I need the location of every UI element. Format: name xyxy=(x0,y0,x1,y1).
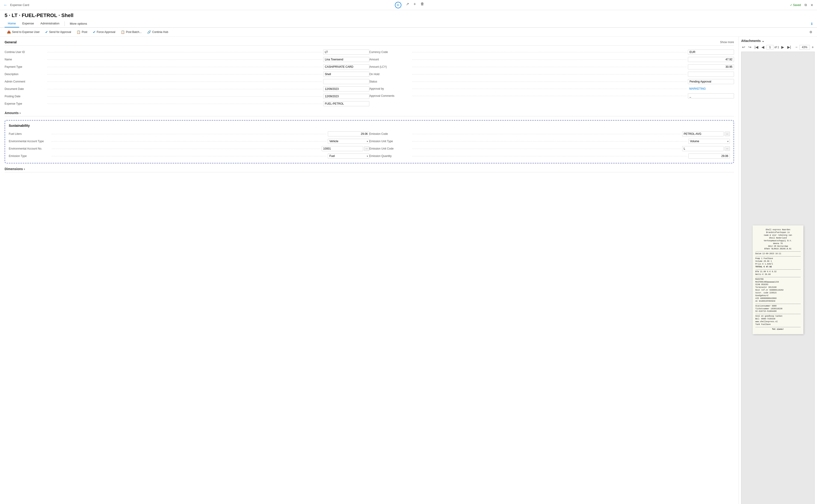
status-input[interactable] xyxy=(688,79,734,84)
approval-comments-input[interactable] xyxy=(688,93,734,98)
expense-type-input[interactable] xyxy=(323,101,369,106)
delete-icon[interactable]: 🗑 xyxy=(421,2,424,8)
next-btn[interactable]: ▶ xyxy=(780,44,785,50)
force-approval-button[interactable]: ✔ Force Approval xyxy=(91,29,118,35)
amounts-title: Amounts xyxy=(5,111,19,115)
hub-icon: 🔗 xyxy=(147,30,151,34)
force-approval-icon: ✔ xyxy=(93,30,96,34)
main-layout: General Show more Continia User ID Name xyxy=(0,37,817,504)
document-date-input[interactable] xyxy=(323,86,369,91)
field-amount: Amount xyxy=(369,56,734,63)
continia-hub-button[interactable]: 🔗 Continia Hub xyxy=(145,29,170,35)
env-account-type-wrapper: Vehicle xyxy=(328,139,369,144)
amount-lcy-input[interactable] xyxy=(688,64,734,69)
edit-icon[interactable]: ✏ xyxy=(395,2,401,8)
env-account-no-input[interactable] xyxy=(321,146,363,151)
continia-user-id-input[interactable] xyxy=(323,50,369,55)
tab-more-options[interactable]: More options xyxy=(67,20,90,27)
content-area: General Show more Continia User ID Name xyxy=(0,37,739,504)
zoom-in-btn[interactable]: + xyxy=(811,45,815,50)
post-batch-button[interactable]: 📋 Post Batch... xyxy=(118,29,144,35)
toolbar-icons: ✏ ↗ + 🗑 xyxy=(395,2,425,8)
attachment-toolbar: ↩ ↪ |◀ ◀ of 1 ▶ ▶| − 43% + xyxy=(741,44,815,50)
emission-quantity-input[interactable] xyxy=(688,153,730,159)
info-btn[interactable]: ℹ xyxy=(811,22,812,26)
field-emission-unit-code: Emission Unit Code ··· xyxy=(369,145,730,152)
attachments-chevron[interactable]: ⌄ xyxy=(762,39,764,43)
amounts-header[interactable]: Amounts › xyxy=(5,111,734,116)
dimensions-section: Dimensions › xyxy=(5,167,734,172)
approval-send-icon: ✔ xyxy=(45,30,48,34)
field-env-account-no: Environmental Account No. ··· xyxy=(9,145,369,152)
field-payment-type: Payment Type xyxy=(5,63,369,71)
general-section: General Show more Continia User ID Name xyxy=(5,40,734,107)
env-account-type-select[interactable]: Vehicle xyxy=(328,139,369,144)
fuel-liters-input[interactable] xyxy=(328,131,369,136)
field-name: Name xyxy=(5,56,369,63)
share-icon[interactable]: ↗ xyxy=(406,2,409,8)
payment-type-input[interactable] xyxy=(323,64,369,69)
undo-btn[interactable]: ↩ xyxy=(741,44,746,50)
field-document-date: Document Date xyxy=(5,85,369,93)
sustainability-fields: Fuel Liters Environmental Account Type V… xyxy=(9,130,730,160)
post-icon: 📋 xyxy=(77,30,80,34)
prev-btn[interactable]: ◀ xyxy=(761,44,765,50)
approval-by-value[interactable]: MARKETING xyxy=(688,87,734,91)
emission-unit-type-select[interactable]: Volume xyxy=(688,139,730,144)
back-button[interactable]: ← xyxy=(4,3,7,7)
emission-unit-type-wrapper: Volume xyxy=(688,139,730,144)
emission-unit-code-dots-btn[interactable]: ··· xyxy=(725,146,730,151)
zoom-out-btn[interactable]: − xyxy=(794,45,798,50)
admin-comment-input[interactable] xyxy=(323,79,369,84)
close-icon[interactable]: ✕ xyxy=(811,3,813,7)
top-bar: ← Expense Card ✏ ↗ + 🗑 ✓ Saved ⧉ ✕ xyxy=(0,0,817,10)
redo-btn[interactable]: ↪ xyxy=(747,44,752,50)
zoom-value: 43% xyxy=(799,45,810,50)
skip-last-btn[interactable]: ▶| xyxy=(786,44,792,50)
action-bar-right: ⚙ xyxy=(809,30,812,34)
field-amount-lcy: Amount (LCY) xyxy=(369,63,734,71)
page-indicator: of 1 xyxy=(767,45,779,50)
post-button[interactable]: 📋 Post xyxy=(74,29,89,35)
send-icon: 📤 xyxy=(7,30,11,34)
skip-first-btn[interactable]: |◀ xyxy=(754,44,759,50)
send-to-expense-user-button[interactable]: 📤 Send to Expense User xyxy=(5,29,42,35)
field-env-account-type: Environmental Account Type Vehicle xyxy=(9,138,369,145)
add-icon[interactable]: + xyxy=(414,2,416,8)
field-approval-comments: Approval Comments xyxy=(369,92,734,100)
info-icon[interactable]: ℹ xyxy=(811,22,812,26)
emission-code-input[interactable] xyxy=(682,131,724,136)
emission-unit-code-input[interactable] xyxy=(682,146,724,151)
emission-type-select[interactable]: Fuel xyxy=(328,153,369,159)
general-section-header: General Show more xyxy=(5,40,734,46)
tab-administration[interactable]: Administration xyxy=(37,20,62,27)
amount-input[interactable] xyxy=(688,57,734,62)
send-for-approval-button[interactable]: ✔ Send for Approval xyxy=(43,29,73,35)
settings-icon[interactable]: ⚙ xyxy=(809,30,812,34)
dimensions-title: Dimensions xyxy=(5,167,23,171)
field-on-hold: On Hold xyxy=(369,71,734,78)
restore-icon[interactable]: ⧉ xyxy=(805,3,807,7)
sustainability-left: Fuel Liters Environmental Account Type V… xyxy=(9,130,369,160)
dimensions-header[interactable]: Dimensions › xyxy=(5,167,734,172)
field-emission-type: Emission Type Fuel xyxy=(9,152,369,160)
name-input[interactable] xyxy=(323,57,369,62)
sustainability-section: Sustainability Fuel Liters Environmental… xyxy=(5,120,734,163)
tab-home[interactable]: Home xyxy=(5,20,19,27)
posting-date-input[interactable] xyxy=(323,94,369,99)
description-input[interactable] xyxy=(323,72,369,77)
currency-code-input[interactable] xyxy=(688,50,734,55)
field-posting-date: Posting Date xyxy=(5,93,369,100)
page-input[interactable] xyxy=(767,45,773,50)
tab-expense[interactable]: Expense xyxy=(19,20,37,27)
on-hold-input[interactable] xyxy=(688,72,734,77)
tab-bar: Home Expense Administration More options… xyxy=(0,20,817,28)
field-approval-by: Approval by MARKETING xyxy=(369,85,734,92)
emission-code-dots-btn[interactable]: ··· xyxy=(725,132,730,136)
env-account-no-dots-btn[interactable]: ··· xyxy=(364,146,369,151)
amounts-chevron: › xyxy=(20,111,21,115)
field-description: Description xyxy=(5,71,369,78)
show-more-link[interactable]: Show more xyxy=(720,41,734,44)
field-status: Status xyxy=(369,78,734,85)
page-label: Expense Card xyxy=(10,3,29,7)
